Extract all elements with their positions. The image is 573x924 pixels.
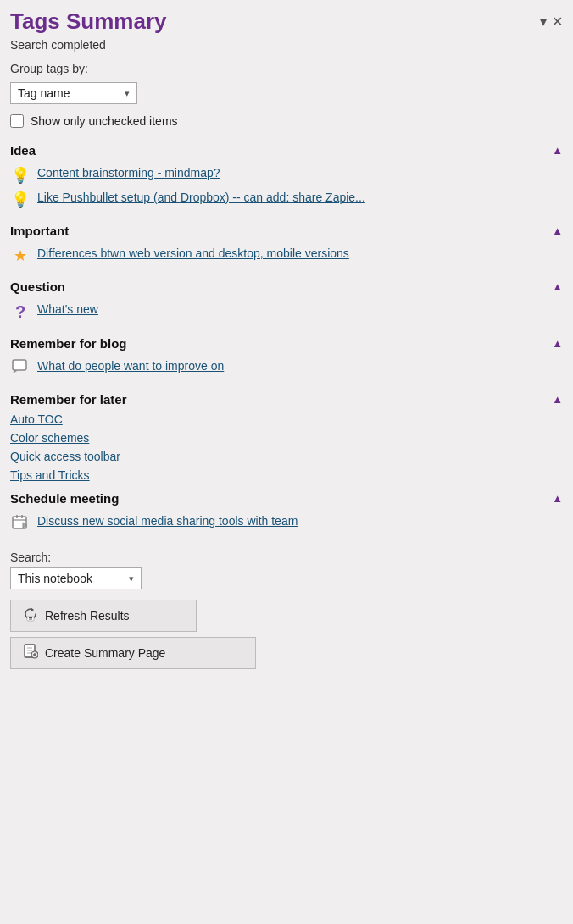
important-link-1[interactable]: Differences btwn web version and desktop… [37, 246, 349, 263]
section-later-items: Auto TOC Color schemes Quick access tool… [0, 410, 573, 484]
section-schedule-collapse[interactable]: ▲ [552, 492, 563, 505]
section-blog-items: What do people want to improve on [0, 354, 573, 385]
group-tags-label: Group tags by: [0, 57, 573, 79]
section-later-collapse[interactable]: ▲ [552, 393, 563, 406]
svg-marker-7 [31, 607, 34, 612]
question-icon: ? [10, 302, 31, 322]
section-schedule-items: Discuss new social media sharing tools w… [0, 509, 573, 542]
group-tags-value: Tag name [18, 86, 70, 100]
create-summary-label: Create Summary Page [45, 646, 165, 660]
question-link-1[interactable]: What's new [37, 302, 98, 318]
show-unchecked-row: Show only unchecked items [0, 111, 573, 136]
schedule-link-1[interactable]: Discuss new social media sharing tools w… [37, 513, 298, 530]
search-completed-text: Search completed [10, 38, 106, 52]
section-later-header: Remember for later ▲ [0, 385, 573, 410]
refresh-icon [23, 606, 38, 625]
section-question-items: ? What's new [0, 297, 573, 329]
schedule-icon [10, 514, 31, 534]
star-icon: ★ [10, 246, 31, 265]
tags-summary-panel: Tags Summary ▾ ✕ Search completed Group … [0, 0, 573, 924]
list-item: ? What's new [10, 299, 573, 324]
section-important-header: Important ▲ [0, 217, 573, 241]
list-item: 💡 Like Pushbullet setup (and Dropbox) --… [10, 187, 573, 212]
search-dropdown-value: This notebook [18, 572, 92, 585]
idea-link-1[interactable]: Content brainstorming - mindmap? [37, 165, 220, 182]
section-blog-collapse[interactable]: ▲ [552, 337, 563, 350]
show-unchecked-label: Show only unchecked items [31, 114, 178, 128]
refresh-results-label: Refresh Results [45, 609, 130, 622]
search-dropdown-arrow-icon: ▾ [129, 573, 134, 584]
section-idea-title: Idea [10, 143, 36, 158]
idea-icon: 💡 [10, 166, 31, 185]
section-later-title: Remember for later [10, 392, 127, 407]
later-link-2[interactable]: Color schemes [0, 429, 573, 447]
section-idea-header: Idea ▲ [0, 136, 573, 161]
list-item: Discuss new social media sharing tools w… [10, 511, 573, 537]
later-link-3[interactable]: Quick access toolbar [0, 447, 573, 466]
section-idea-items: 💡 Content brainstorming - mindmap? 💡 Lik… [0, 161, 573, 217]
blog-link-1[interactable]: What do people want to improve on [37, 358, 224, 375]
section-blog-title: Remember for blog [10, 336, 127, 351]
list-item: 💡 Content brainstorming - mindmap? [10, 163, 573, 187]
search-notebook-dropdown[interactable]: This notebook ▾ [10, 567, 142, 589]
title-bar-icons: ▾ ✕ [540, 14, 563, 30]
close-icon[interactable]: ✕ [552, 14, 563, 30]
section-blog-header: Remember for blog ▲ [0, 329, 573, 354]
search-section: Search: This notebook ▾ [0, 542, 573, 595]
dropdown-arrow-icon: ▾ [125, 88, 130, 99]
svg-rect-3 [16, 515, 18, 518]
create-summary-page-button[interactable]: Create Summary Page [10, 637, 256, 669]
idea-icon-2: 💡 [10, 191, 31, 209]
search-label: Search: [10, 551, 563, 564]
chat-icon [10, 359, 31, 378]
section-important-collapse[interactable]: ▲ [552, 224, 563, 237]
section-important-title: Important [10, 224, 69, 238]
group-tags-dropdown[interactable]: Tag name ▾ [10, 82, 137, 104]
create-summary-icon [23, 644, 38, 662]
title-bar: Tags Summary ▾ ✕ [0, 0, 573, 36]
search-status: Search completed [0, 36, 573, 57]
idea-link-2[interactable]: Like Pushbullet setup (and Dropbox) -- c… [37, 190, 365, 207]
section-question-title: Question [10, 279, 65, 294]
show-unchecked-checkbox[interactable] [10, 114, 24, 128]
list-item: What do people want to improve on [10, 356, 573, 380]
section-question-collapse[interactable]: ▲ [552, 280, 563, 293]
section-schedule-title: Schedule meeting [10, 491, 119, 506]
page-title: Tags Summary [10, 8, 166, 35]
later-link-4[interactable]: Tips and Tricks [0, 466, 573, 484]
section-idea-collapse[interactable]: ▲ [552, 144, 563, 157]
section-question-header: Question ▲ [0, 273, 573, 297]
dropdown-icon[interactable]: ▾ [540, 14, 547, 30]
svg-rect-0 [13, 360, 26, 370]
later-link-1[interactable]: Auto TOC [0, 410, 573, 429]
group-tags-dropdown-row: Tag name ▾ [0, 79, 573, 111]
section-important-items: ★ Differences btwn web version and deskt… [0, 241, 573, 273]
list-item: ★ Differences btwn web version and deskt… [10, 243, 573, 268]
refresh-results-button[interactable]: Refresh Results [10, 600, 197, 632]
section-schedule-header: Schedule meeting ▲ [0, 484, 573, 509]
svg-rect-4 [21, 515, 23, 518]
group-tags-label-text: Group tags by: [10, 62, 88, 75]
